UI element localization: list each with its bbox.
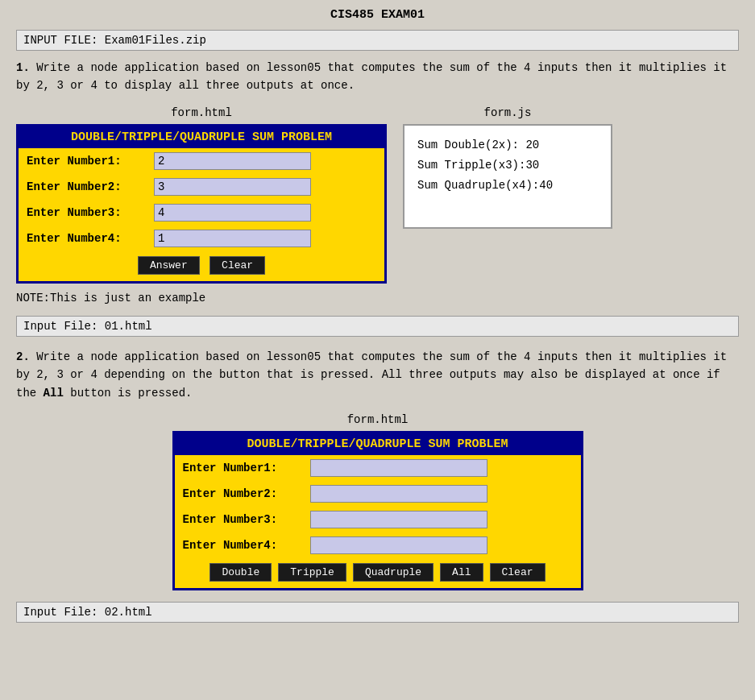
form2-double-button[interactable]: Double: [209, 563, 272, 582]
form2-clear-button[interactable]: Clear: [490, 563, 546, 582]
problem1-text: 1. Write a node application based on les…: [16, 59, 739, 95]
form1-label1: Enter Number1:: [27, 155, 147, 168]
problem2-form-label: form.html: [16, 413, 739, 426]
form2-label3: Enter Number3:: [183, 513, 304, 526]
problem1-output-panel: Sum Double(2x): 20 Sum Tripple(x3):30 Su…: [403, 124, 612, 229]
form2-tripple-button[interactable]: Tripple: [278, 563, 346, 582]
form1-row2: Enter Number2:: [19, 174, 384, 200]
form1-label2: Enter Number2:: [27, 180, 147, 193]
form1-input2[interactable]: [154, 178, 311, 196]
form1-label3: Enter Number3:: [27, 206, 147, 219]
all-bold: All: [44, 387, 64, 400]
form1-input3[interactable]: [154, 204, 311, 222]
output-line1: Sum Double(2x): 20: [417, 135, 598, 155]
problem2-text: 2. Write a node application based on les…: [16, 348, 739, 402]
form2-label2: Enter Number2:: [183, 487, 304, 500]
problem1-number: 1.: [16, 61, 30, 74]
problem2-form-wrapper: DOUBLE/TRIPPLE/QUADRUPLE SUM PROBLEM Ent…: [16, 431, 739, 590]
problem2-form-panel: DOUBLE/TRIPPLE/QUADRUPLE SUM PROBLEM Ent…: [172, 431, 583, 590]
problem1-form-col: form.html DOUBLE/TRIPPLE/QUADRUPLE SUM P…: [16, 106, 387, 284]
input-file-bar: INPUT FILE: Exam01Files.zip: [16, 30, 739, 51]
problem1-note: NOTE:This is just an example: [16, 292, 739, 304]
input-file-01: Input File: 01.html: [16, 316, 739, 337]
form2-row2: Enter Number2:: [175, 481, 581, 507]
form2-input1[interactable]: [310, 459, 487, 477]
problem2-form-title: DOUBLE/TRIPPLE/QUADRUPLE SUM PROBLEM: [175, 433, 581, 455]
form1-buttons: Answer Clear: [19, 251, 384, 281]
problem1-form-title: DOUBLE/TRIPPLE/QUADRUPLE SUM PROBLEM: [19, 126, 384, 148]
form2-quadruple-button[interactable]: Quadruple: [353, 563, 434, 582]
form2-input3[interactable]: [310, 511, 487, 528]
problem1-forms-row: form.html DOUBLE/TRIPPLE/QUADRUPLE SUM P…: [16, 106, 739, 284]
output-line2: Sum Tripple(x3):30: [417, 155, 598, 176]
form1-row3: Enter Number3:: [19, 200, 384, 226]
form2-row1: Enter Number1:: [175, 455, 581, 481]
form2-label4: Enter Number4:: [183, 539, 304, 552]
form1-input4[interactable]: [154, 230, 311, 247]
form1-input1[interactable]: [154, 152, 311, 170]
form2-input4[interactable]: [310, 536, 487, 554]
problem1-form-panel: DOUBLE/TRIPPLE/QUADRUPLE SUM PROBLEM Ent…: [16, 124, 387, 284]
form1-row1: Enter Number1:: [19, 148, 384, 174]
form2-row3: Enter Number3:: [175, 507, 581, 532]
problem2-number: 2.: [16, 350, 30, 363]
problem1-js-col: form.js Sum Double(2x): 20 Sum Tripple(x…: [403, 106, 612, 229]
form2-input2[interactable]: [310, 485, 487, 503]
output-line3: Sum Quadruple(x4):40: [417, 176, 598, 196]
form1-label4: Enter Number4:: [27, 232, 147, 245]
form2-all-button[interactable]: All: [440, 563, 483, 582]
problem1-form-label: form.html: [171, 106, 232, 119]
input-file-02: Input File: 02.html: [16, 602, 739, 623]
form1-answer-button[interactable]: Answer: [138, 256, 200, 275]
form2-row4: Enter Number4:: [175, 532, 581, 558]
problem1-js-label: form.js: [484, 106, 532, 119]
form2-buttons: Double Tripple Quadruple All Clear: [175, 558, 581, 588]
form1-row4: Enter Number4:: [19, 226, 384, 251]
form1-clear-button[interactable]: Clear: [209, 256, 265, 275]
form2-label1: Enter Number1:: [183, 462, 304, 474]
page-title: CIS485 EXAM01: [16, 8, 739, 22]
